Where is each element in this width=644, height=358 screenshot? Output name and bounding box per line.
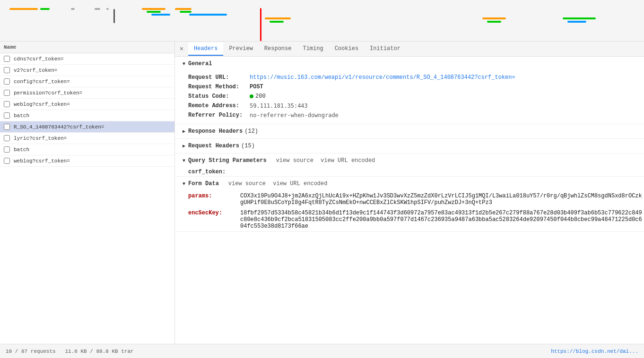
- close-tab-button[interactable]: ×: [177, 44, 186, 54]
- list-item-name: lyric?csrf_token=: [14, 136, 67, 141]
- list-item[interactable]: weblog?csrf_token=: [0, 99, 174, 110]
- status-bar: 10 / 87 requests 11.6 KB / 88.8 KB trar …: [0, 344, 644, 358]
- response-headers-header[interactable]: ▶ Response Headers (12): [175, 124, 644, 138]
- list-item[interactable]: batch: [0, 144, 174, 155]
- field-label: Request Method:: [188, 84, 250, 90]
- list-item[interactable]: R_SO_4_1408763442?csrf_token=: [0, 121, 174, 133]
- general-fields: Request URL:https://music.163.com/weapi/…: [175, 71, 644, 124]
- field-label: Referrer Policy:: [188, 112, 250, 119]
- query-string-triangle-icon: ▼: [183, 158, 185, 163]
- field-value-mono: 59.111.181.35:443: [250, 102, 308, 109]
- tab-timing[interactable]: Timing: [297, 43, 329, 56]
- form-data-section: ▼ Form Data view source view URL encoded…: [175, 177, 644, 232]
- general-field: Referrer Policy:no-referrer-when-downgra…: [188, 111, 636, 120]
- form-view-url-encoded-link[interactable]: view URL encoded: [273, 180, 327, 187]
- query-string-section: ▼ Query String Parameters view source vi…: [175, 153, 644, 177]
- list-item[interactable]: v2?csrf_token=: [0, 65, 174, 76]
- status-dot-icon: [250, 94, 253, 98]
- field-value-url: https://music.163.com/weapi/v1/resource/…: [250, 74, 515, 81]
- form-key: params:: [188, 193, 240, 206]
- general-section: ▼ General Request URL:https://music.163.…: [175, 57, 644, 124]
- response-headers-label: Response Headers: [188, 128, 243, 135]
- general-field: Status Code:200: [188, 92, 636, 101]
- list-item-name: weblog?csrf_token=: [14, 158, 70, 164]
- tabs-bar: × HeadersPreviewResponseTimingCookiesIni…: [175, 42, 644, 57]
- timeline-panel: [0, 0, 644, 42]
- request-headers-label: Request Headers: [188, 143, 239, 149]
- form-data-actions: view source view URL encoded: [225, 180, 328, 187]
- field-label: Remote Address:: [188, 102, 250, 109]
- list-item-name: R_SO_4_1408763442?csrf_token=: [14, 124, 104, 130]
- form-value: COX3x19Pu9O4J8+jm2A6xzQjLhUcAi9x+HZpKhw1…: [240, 193, 644, 206]
- list-item-checkbox[interactable]: [4, 146, 10, 153]
- name-column-header: Name: [0, 42, 174, 53]
- list-item-name: batch: [14, 147, 29, 153]
- headers-content: ▼ General Request URL:https://music.163.…: [175, 57, 644, 232]
- query-string-actions: view source view URL encoded: [272, 157, 375, 164]
- list-item-checkbox[interactable]: [4, 101, 10, 107]
- list-item-checkbox[interactable]: [4, 90, 10, 96]
- list-item[interactable]: cdns?csrf_token=: [0, 53, 174, 65]
- tab-headers[interactable]: Headers: [188, 43, 223, 56]
- list-item-checkbox[interactable]: [4, 158, 10, 164]
- list-item[interactable]: batch: [0, 110, 174, 121]
- csrf-token-key: csrf_token:: [188, 169, 226, 175]
- response-headers-triangle-icon: ▶: [183, 128, 185, 134]
- list-item[interactable]: config?csrf_token=: [0, 76, 174, 87]
- list-item-checkbox[interactable]: [4, 78, 10, 85]
- form-data-row: params:COX3x19Pu9O4J8+jm2A6xzQjLhUcAi9x+…: [175, 191, 644, 208]
- general-triangle-icon: ▼: [183, 61, 185, 67]
- requests-list-panel: Name cdns?csrf_token=v2?csrf_token=confi…: [0, 42, 175, 344]
- response-headers-count: (12): [244, 128, 258, 135]
- details-panel: × HeadersPreviewResponseTimingCookiesIni…: [175, 42, 644, 344]
- query-string-label: Query String Parameters: [188, 157, 267, 164]
- response-headers-section: ▶ Response Headers (12): [175, 124, 644, 139]
- form-view-source-link[interactable]: view source: [228, 180, 266, 187]
- list-item[interactable]: weblog?csrf_token=: [0, 155, 174, 167]
- status-requests: 10 / 87 requests 11.6 KB / 88.8 KB trar: [6, 349, 134, 354]
- general-section-header[interactable]: ▼ General: [175, 57, 644, 71]
- form-data-header[interactable]: ▼ Form Data view source view URL encoded: [175, 177, 644, 191]
- list-item-checkbox[interactable]: [4, 67, 10, 73]
- field-value-status: 200: [250, 93, 266, 100]
- tab-initiator[interactable]: Initiator: [364, 43, 406, 56]
- field-label: Status Code:: [188, 93, 250, 100]
- form-key: encSecKey:: [188, 210, 240, 230]
- list-item-checkbox[interactable]: [4, 112, 10, 119]
- field-label: Request URL:: [188, 74, 250, 81]
- query-param-csrf-token: csrf_token:: [175, 168, 644, 176]
- general-field: Remote Address:59.111.181.35:443: [188, 101, 636, 111]
- list-item[interactable]: lyric?csrf_token=: [0, 133, 174, 144]
- general-field: Request URL:https://music.163.com/weapi/…: [188, 73, 636, 82]
- form-data-label: Form Data: [188, 180, 219, 187]
- tab-cookies[interactable]: Cookies: [329, 43, 364, 56]
- general-label: General: [188, 60, 212, 67]
- field-value-method: POST: [250, 84, 263, 90]
- list-item-name: config?csrf_token=: [14, 79, 70, 85]
- form-data-fields: params:COX3x19Pu9O4J8+jm2A6xzQjLhUcAi9x+…: [175, 191, 644, 231]
- list-item[interactable]: permission?csrf_token=: [0, 87, 174, 99]
- query-view-source-link[interactable]: view source: [276, 157, 313, 164]
- general-field: Request Method:POST: [188, 82, 636, 92]
- list-item-name: batch: [14, 113, 29, 119]
- tab-preview[interactable]: Preview: [223, 43, 258, 56]
- form-data-row: encSecKey:18fbf2957d5334b58c45821b34b6d1…: [175, 208, 644, 231]
- query-string-header[interactable]: ▼ Query String Parameters view source vi…: [175, 153, 644, 168]
- field-value-mono: no-referrer-when-downgrade: [250, 112, 339, 119]
- list-item-name: cdns?csrf_token=: [14, 56, 64, 62]
- list-item-checkbox[interactable]: [4, 124, 10, 130]
- tab-response[interactable]: Response: [259, 43, 297, 56]
- list-item-checkbox[interactable]: [4, 135, 10, 141]
- list-item-checkbox[interactable]: [4, 56, 10, 62]
- request-headers-header[interactable]: ▶ Request Headers (15): [175, 139, 644, 153]
- request-headers-count: (15): [241, 143, 255, 149]
- form-data-triangle-icon: ▼: [183, 181, 185, 187]
- request-headers-triangle-icon: ▶: [183, 143, 185, 149]
- status-url: https://blog.csdn.net/dai...: [551, 349, 638, 354]
- list-item-name: weblog?csrf_token=: [14, 102, 70, 107]
- list-item-name: permission?csrf_token=: [14, 90, 82, 96]
- list-item-name: v2?csrf_token=: [14, 68, 57, 73]
- form-value: 18fbf2957d5334b58c45821b34b6d1f13de9c1f1…: [240, 210, 644, 230]
- request-headers-section: ▶ Request Headers (15): [175, 139, 644, 153]
- query-view-url-encoded-link[interactable]: view URL encoded: [321, 157, 375, 164]
